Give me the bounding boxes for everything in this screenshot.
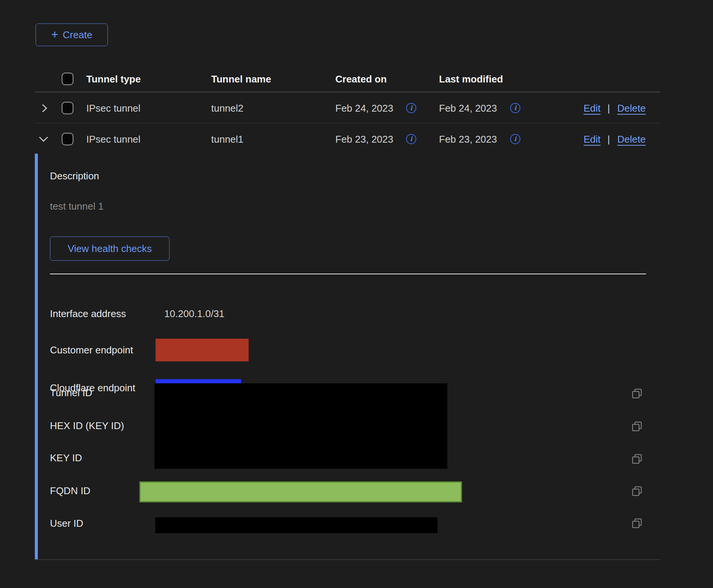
customer-endpoint-redaction (156, 339, 249, 361)
interface-address-value: 10.200.1.0/31 (164, 308, 224, 319)
row2-modified-info-icon[interactable]: i (510, 134, 520, 144)
hex-id-copy-icon[interactable] (631, 421, 643, 432)
row1-modified-info-icon[interactable]: i (510, 103, 520, 113)
customer-endpoint-label: Customer endpoint (50, 344, 133, 356)
row2-created-info-icon[interactable]: i (406, 134, 416, 144)
row1-last-modified: Feb 24, 2023 (439, 103, 497, 114)
row1-tunnel-name: tunnel2 (211, 103, 243, 114)
expanded-section-accent-bar (35, 154, 38, 560)
fqdn-id-copy-icon[interactable] (631, 485, 643, 497)
ipsec-tunnels-page: + Create Tunnel type Tunnel name Created… (0, 0, 713, 588)
hex-id-label: HEX ID (KEY ID) (50, 420, 124, 431)
row2-created-on: Feb 23, 2023 (335, 134, 393, 145)
header-tunnel-name: Tunnel name (211, 73, 271, 85)
key-id-copy-icon[interactable] (631, 453, 643, 465)
plus-icon: + (51, 30, 58, 39)
view-health-checks-button[interactable]: View health checks (50, 236, 170, 261)
fqdn-id-label: FQDN ID (50, 485, 90, 496)
row2-last-modified: Feb 23, 2023 (439, 134, 497, 145)
ids-redaction-block (154, 383, 447, 469)
row1-created-on: Feb 24, 2023 (335, 103, 393, 114)
view-health-checks-label: View health checks (68, 243, 152, 255)
header-divider (35, 92, 660, 92)
row2-tunnel-name: tunnel1 (211, 134, 243, 145)
row1-created-info-icon[interactable]: i (406, 103, 416, 113)
expanded-section-bottom-divider (35, 559, 660, 560)
header-tunnel-type: Tunnel type (86, 73, 141, 85)
tunnel-id-label: Tunnel ID (50, 387, 92, 398)
key-id-label: KEY ID (50, 452, 82, 464)
create-button-label: Create (63, 29, 92, 41)
row1-link-separator: | (607, 103, 610, 114)
row2-tunnel-type: IPsec tunnel (86, 134, 140, 145)
row2-edit-link[interactable]: Edit (584, 134, 601, 145)
user-id-redaction (155, 517, 437, 533)
row2-delete-link[interactable]: Delete (617, 134, 646, 145)
interface-address-label: Interface address (50, 308, 126, 319)
select-all-checkbox[interactable] (62, 73, 73, 85)
row1-tunnel-type: IPsec tunnel (86, 103, 140, 114)
description-value: test tunnel 1 (50, 201, 104, 212)
row1-delete-link[interactable]: Delete (617, 103, 646, 114)
row1-edit-link[interactable]: Edit (584, 103, 601, 114)
row1-checkbox[interactable] (62, 102, 73, 114)
row1-divider (35, 123, 660, 123)
header-last-modified: Last modified (439, 73, 503, 85)
row1-expand-chevron-right-icon[interactable] (39, 103, 49, 113)
row2-link-separator: | (607, 134, 610, 145)
row2-collapse-chevron-down-icon[interactable] (38, 134, 49, 144)
fqdn-id-redaction (139, 481, 462, 502)
user-id-copy-icon[interactable] (631, 518, 643, 529)
description-label: Description (50, 170, 99, 182)
row2-checkbox[interactable] (62, 133, 73, 145)
user-id-label: User ID (50, 518, 83, 529)
detail-divider (50, 274, 646, 274)
create-button[interactable]: + Create (36, 23, 108, 46)
header-created-on: Created on (335, 73, 387, 85)
tunnel-id-copy-icon[interactable] (631, 388, 643, 399)
